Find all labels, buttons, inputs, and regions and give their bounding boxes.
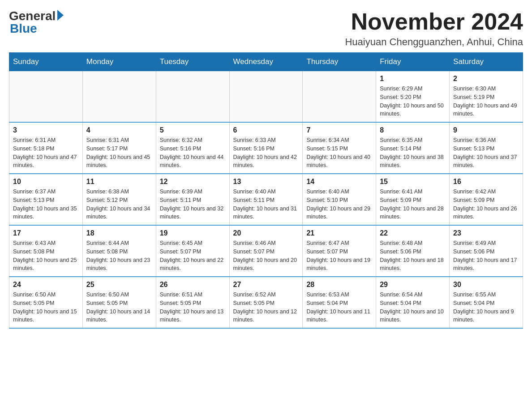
daylight-text: Daylight: 10 hours and 11 minutes.	[306, 308, 370, 323]
location-title: Huaiyuan Chengguanzhen, Anhui, China	[345, 36, 523, 48]
calendar-cell: 20 Sunrise: 6:46 AM Sunset: 5:07 PM Dayl…	[229, 225, 303, 277]
logo-blue-text: Blue	[9, 21, 37, 36]
day-number: 12	[160, 178, 226, 186]
daylight-text: Daylight: 10 hours and 44 minutes.	[160, 154, 223, 169]
day-number: 3	[13, 126, 79, 134]
day-number: 4	[86, 126, 152, 134]
logo: General Blue	[9, 9, 64, 36]
sunrise-text: Sunrise: 6:43 AM	[13, 240, 56, 246]
header-monday: Monday	[82, 53, 156, 71]
day-number: 11	[86, 178, 152, 186]
daylight-text: Daylight: 10 hours and 25 minutes.	[13, 257, 77, 272]
sunrise-text: Sunrise: 6:30 AM	[453, 86, 496, 92]
day-info: Sunrise: 6:32 AM Sunset: 5:16 PM Dayligh…	[160, 136, 226, 170]
sunset-text: Sunset: 5:09 PM	[453, 197, 494, 203]
sunset-text: Sunset: 5:04 PM	[453, 300, 494, 306]
daylight-text: Daylight: 10 hours and 9 minutes.	[453, 308, 514, 323]
day-number: 6	[233, 126, 299, 134]
day-number: 21	[306, 229, 372, 237]
daylight-text: Daylight: 10 hours and 15 minutes.	[13, 308, 77, 323]
daylight-text: Daylight: 10 hours and 20 minutes.	[233, 257, 297, 272]
sunset-text: Sunset: 5:17 PM	[86, 146, 128, 152]
sunset-text: Sunset: 5:06 PM	[380, 248, 421, 255]
sunrise-text: Sunrise: 6:40 AM	[306, 188, 349, 195]
calendar-cell: 30 Sunrise: 6:55 AM Sunset: 5:04 PM Dayl…	[450, 277, 523, 328]
day-info: Sunrise: 6:49 AM Sunset: 5:06 PM Dayligh…	[453, 239, 519, 273]
calendar-cell: 4 Sunrise: 6:31 AM Sunset: 5:17 PM Dayli…	[82, 122, 156, 174]
sunrise-text: Sunrise: 6:55 AM	[453, 291, 496, 298]
day-number: 19	[160, 229, 226, 237]
sunset-text: Sunset: 5:18 PM	[13, 146, 54, 152]
daylight-text: Daylight: 10 hours and 38 minutes.	[380, 154, 443, 169]
sunrise-text: Sunrise: 6:31 AM	[13, 137, 56, 143]
calendar-cell: 2 Sunrise: 6:30 AM Sunset: 5:19 PM Dayli…	[450, 71, 523, 123]
day-number: 2	[453, 75, 519, 83]
daylight-text: Daylight: 10 hours and 42 minutes.	[233, 154, 297, 169]
day-number: 5	[160, 126, 226, 134]
sunrise-text: Sunrise: 6:32 AM	[160, 137, 202, 143]
sunset-text: Sunset: 5:05 PM	[86, 300, 128, 306]
calendar-cell: 28 Sunrise: 6:53 AM Sunset: 5:04 PM Dayl…	[303, 277, 376, 328]
header-friday: Friday	[376, 53, 450, 71]
day-info: Sunrise: 6:37 AM Sunset: 5:13 PM Dayligh…	[13, 188, 79, 221]
day-number: 18	[86, 229, 152, 237]
day-number: 10	[13, 178, 79, 186]
calendar-cell	[229, 71, 303, 123]
calendar-cell	[303, 71, 376, 123]
calendar-cell: 6 Sunrise: 6:33 AM Sunset: 5:16 PM Dayli…	[229, 122, 303, 174]
sunrise-text: Sunrise: 6:49 AM	[453, 240, 496, 246]
calendar-cell: 11 Sunrise: 6:38 AM Sunset: 5:12 PM Dayl…	[82, 174, 156, 225]
daylight-text: Daylight: 10 hours and 18 minutes.	[380, 257, 443, 272]
sunset-text: Sunset: 5:09 PM	[380, 197, 421, 203]
day-number: 28	[306, 281, 372, 289]
day-info: Sunrise: 6:30 AM Sunset: 5:19 PM Dayligh…	[453, 85, 519, 118]
header: General Blue November 2024 Huaiyuan Chen…	[9, 9, 523, 48]
sunrise-text: Sunrise: 6:44 AM	[86, 240, 129, 246]
calendar-cell: 21 Sunrise: 6:47 AM Sunset: 5:07 PM Dayl…	[303, 225, 376, 277]
calendar-cell: 19 Sunrise: 6:45 AM Sunset: 5:07 PM Dayl…	[156, 225, 229, 277]
calendar-cell: 26 Sunrise: 6:51 AM Sunset: 5:05 PM Dayl…	[156, 277, 229, 328]
day-info: Sunrise: 6:42 AM Sunset: 5:09 PM Dayligh…	[453, 188, 519, 221]
sunrise-text: Sunrise: 6:40 AM	[233, 188, 276, 195]
calendar-cell: 5 Sunrise: 6:32 AM Sunset: 5:16 PM Dayli…	[156, 122, 229, 174]
sunrise-text: Sunrise: 6:39 AM	[160, 188, 202, 195]
calendar-cell: 24 Sunrise: 6:50 AM Sunset: 5:05 PM Dayl…	[9, 277, 83, 328]
day-number: 20	[233, 229, 299, 237]
daylight-text: Daylight: 10 hours and 32 minutes.	[160, 206, 223, 220]
day-number: 25	[86, 281, 152, 289]
sunrise-text: Sunrise: 6:54 AM	[380, 291, 422, 298]
calendar-header: Sunday Monday Tuesday Wednesday Thursday…	[9, 53, 523, 71]
calendar-cell	[9, 71, 83, 123]
day-info: Sunrise: 6:29 AM Sunset: 5:20 PM Dayligh…	[380, 85, 446, 118]
sunrise-text: Sunrise: 6:46 AM	[233, 240, 276, 246]
day-number: 1	[380, 75, 446, 83]
sunset-text: Sunset: 5:04 PM	[380, 300, 421, 306]
day-info: Sunrise: 6:46 AM Sunset: 5:07 PM Dayligh…	[233, 239, 299, 273]
day-info: Sunrise: 6:40 AM Sunset: 5:10 PM Dayligh…	[306, 188, 372, 221]
logo-triangle-icon	[57, 10, 64, 21]
calendar-cell: 17 Sunrise: 6:43 AM Sunset: 5:08 PM Dayl…	[9, 225, 83, 277]
calendar-cell: 10 Sunrise: 6:37 AM Sunset: 5:13 PM Dayl…	[9, 174, 83, 225]
title-area: November 2024 Huaiyuan Chengguanzhen, An…	[345, 9, 523, 48]
sunset-text: Sunset: 5:07 PM	[306, 248, 348, 255]
day-info: Sunrise: 6:38 AM Sunset: 5:12 PM Dayligh…	[86, 188, 152, 221]
header-saturday: Saturday	[450, 53, 523, 71]
calendar-cell: 16 Sunrise: 6:42 AM Sunset: 5:09 PM Dayl…	[450, 174, 523, 225]
daylight-text: Daylight: 10 hours and 12 minutes.	[233, 308, 297, 323]
day-number: 15	[380, 178, 446, 186]
day-info: Sunrise: 6:40 AM Sunset: 5:11 PM Dayligh…	[233, 188, 299, 221]
day-number: 16	[453, 178, 519, 186]
sunset-text: Sunset: 5:13 PM	[453, 146, 494, 152]
day-number: 22	[380, 229, 446, 237]
sunset-text: Sunset: 5:16 PM	[160, 146, 201, 152]
sunrise-text: Sunrise: 6:33 AM	[233, 137, 276, 143]
header-thursday: Thursday	[303, 53, 376, 71]
sunrise-text: Sunrise: 6:37 AM	[13, 188, 56, 195]
daylight-text: Daylight: 10 hours and 14 minutes.	[86, 308, 150, 323]
sunset-text: Sunset: 5:19 PM	[453, 94, 494, 100]
calendar-cell: 3 Sunrise: 6:31 AM Sunset: 5:18 PM Dayli…	[9, 122, 83, 174]
daylight-text: Daylight: 10 hours and 28 minutes.	[380, 206, 443, 220]
daylight-text: Daylight: 10 hours and 40 minutes.	[306, 154, 370, 169]
sunset-text: Sunset: 5:13 PM	[13, 197, 54, 203]
calendar-cell: 18 Sunrise: 6:44 AM Sunset: 5:08 PM Dayl…	[82, 225, 156, 277]
